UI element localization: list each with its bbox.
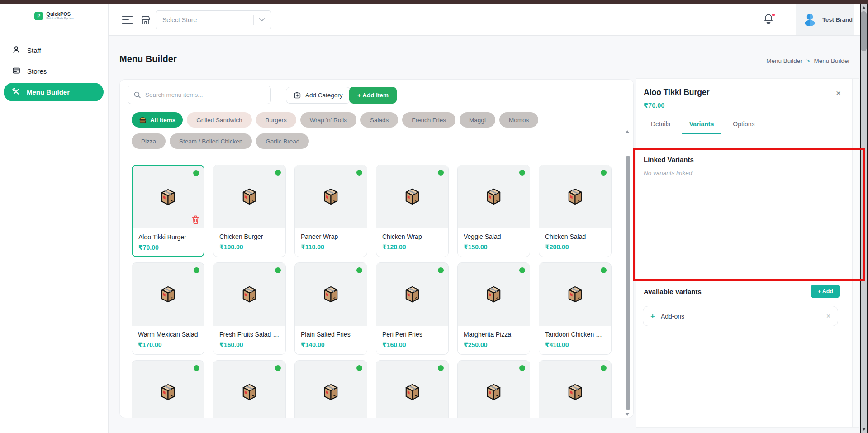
- menu-item-name: Aloo Tikki Burger: [138, 233, 198, 241]
- delete-item-icon[interactable]: [191, 215, 200, 226]
- close-panel-icon[interactable]: ×: [836, 89, 841, 97]
- tab-details[interactable]: Details: [644, 120, 678, 134]
- user-name: Test Brand: [822, 16, 853, 23]
- add-variant-button[interactable]: + Add: [811, 285, 840, 298]
- category-chip[interactable]: Momos: [499, 112, 538, 128]
- status-dot-available: [519, 267, 525, 273]
- menu-item-name: Fresh Fruits Salad Box: [219, 331, 280, 338]
- status-dot-available: [601, 267, 607, 273]
- sidebar-item-staff[interactable]: Staff: [0, 41, 108, 59]
- tab-variants[interactable]: Variants: [682, 120, 721, 134]
- package-icon: [320, 381, 342, 403]
- avatar: [802, 12, 818, 28]
- breadcrumb-item[interactable]: Menu Builder: [814, 57, 850, 64]
- category-chip-label: Burgers: [266, 117, 287, 124]
- menu-item-card-partial[interactable]: [457, 360, 530, 418]
- package-icon: [157, 186, 179, 208]
- menu-item-card-partial[interactable]: [539, 360, 612, 418]
- grid-scrollbar-thumb[interactable]: [626, 156, 630, 410]
- window-scroll-up-arrow[interactable]: [862, 6, 866, 9]
- detail-item-title: Aloo Tikki Burger: [644, 88, 710, 97]
- menu-item-price: ₹100.00: [219, 243, 280, 251]
- search-input[interactable]: [145, 91, 265, 98]
- category-chip-label: Wrap 'n' Rolls: [310, 117, 347, 124]
- category-chip[interactable]: Burgers: [256, 112, 296, 128]
- menu-item-image: [458, 263, 530, 326]
- menu-item-image: [295, 165, 367, 228]
- available-variants-heading: Available Variants: [644, 288, 702, 295]
- menu-item-price: ₹410.00: [545, 341, 605, 348]
- window-scroll-down-arrow[interactable]: [862, 428, 866, 431]
- menu-item-price: ₹160.00: [219, 341, 280, 348]
- category-chip[interactable]: Salads: [360, 112, 398, 128]
- menu-item-card-partial[interactable]: [376, 360, 449, 418]
- breadcrumb-separator: >: [806, 57, 810, 64]
- menu-item-card[interactable]: Peri Peri Fries ₹160.00: [376, 262, 449, 355]
- category-chip[interactable]: All Items: [132, 112, 183, 128]
- sidebar-item-menu-builder[interactable]: Menu Builder: [4, 83, 104, 101]
- topbar: Select Store Test Brand: [109, 4, 860, 36]
- menu-item-card-partial[interactable]: [213, 360, 286, 418]
- remove-variant-icon[interactable]: ×: [826, 312, 830, 320]
- menu-item-image: [132, 263, 204, 326]
- category-chip[interactable]: Wrap 'n' Rolls: [300, 112, 356, 128]
- menu-item-card-partial[interactable]: [132, 360, 204, 418]
- menu-item-card[interactable]: Fresh Fruits Salad Box ₹160.00: [213, 262, 286, 355]
- category-chip[interactable]: Grilled Sandwich: [187, 112, 251, 128]
- notifications-bell-icon[interactable]: [763, 13, 776, 27]
- grid-scroll-up-arrow[interactable]: [625, 130, 630, 133]
- sidebar-item-stores[interactable]: Stores: [0, 62, 108, 80]
- chevron-down-icon: [259, 18, 265, 22]
- link-variant-plus-icon[interactable]: +: [650, 312, 655, 321]
- panel-scrollbar-track[interactable]: [852, 79, 859, 427]
- store-select-dropdown[interactable]: Select Store: [156, 10, 271, 29]
- breadcrumb-item[interactable]: Menu Builder: [766, 57, 802, 64]
- category-chip-label: French Fries: [412, 117, 446, 124]
- category-chip[interactable]: Maggi: [460, 112, 495, 128]
- menu-item-card[interactable]: Veggie Salad ₹150.00: [457, 165, 530, 257]
- notification-dot: [771, 13, 776, 17]
- brand-tagline: Point of Sale System: [46, 17, 73, 20]
- menu-item-name: Plain Salted Fries: [301, 331, 361, 338]
- menu-item-card[interactable]: Chicken Burger ₹100.00: [213, 165, 286, 257]
- category-chip[interactable]: Pizza: [132, 133, 166, 149]
- window-scrollbar: [860, 4, 868, 433]
- menu-item-card[interactable]: Warm Mexican Salad ₹170.00: [132, 262, 204, 355]
- user-menu[interactable]: Test Brand: [796, 4, 854, 35]
- menu-item-card[interactable]: Margherita Pizza ₹250.00: [457, 262, 530, 355]
- category-chip[interactable]: French Fries: [402, 112, 455, 128]
- grid-scroll-down-arrow[interactable]: [625, 413, 630, 416]
- package-icon: [157, 381, 179, 403]
- category-chip-label: Maggi: [469, 117, 486, 124]
- window-scrollbar-thumb[interactable]: [861, 11, 867, 51]
- category-chip[interactable]: Steam / Boiled Chicken: [170, 133, 252, 149]
- window-scrollbar-track[interactable]: [861, 4, 867, 433]
- category-chip[interactable]: Garlic Bread: [256, 133, 309, 149]
- add-item-button[interactable]: + Add Item: [349, 87, 397, 104]
- add-category-button[interactable]: Add Category: [286, 87, 351, 104]
- menu-item-image: [458, 165, 530, 228]
- sidebar-item-label: Menu Builder: [27, 88, 70, 96]
- menu-item-card[interactable]: Chicken Wrap ₹120.00: [376, 165, 449, 257]
- package-icon: [239, 381, 260, 403]
- menu-item-card[interactable]: Aloo Tikki Burger ₹70.00: [132, 165, 204, 257]
- status-dot-available: [519, 365, 525, 371]
- available-variant-row[interactable]: + Add-ons ×: [643, 306, 838, 326]
- menu-toggle-icon[interactable]: [122, 16, 133, 26]
- sidebar-item-label: Stores: [27, 67, 47, 75]
- menu-item-card-partial[interactable]: [294, 360, 367, 418]
- brand-name: QuickPOS: [46, 11, 73, 17]
- menu-item-image: [539, 165, 611, 228]
- menu-item-price: ₹250.00: [464, 341, 524, 348]
- menu-item-card[interactable]: Chicken Salad ₹200.00: [539, 165, 612, 257]
- category-filter-row: Pizza Steam / Boiled Chicken Garlic Brea…: [132, 133, 309, 149]
- package-icon: [483, 284, 504, 305]
- category-chip-label: Grilled Sandwich: [196, 117, 242, 124]
- status-dot-available: [438, 267, 444, 273]
- menu-item-card[interactable]: Plain Salted Fries ₹140.00: [294, 262, 367, 355]
- menu-item-card[interactable]: Paneer Wrap ₹110.00: [294, 165, 367, 257]
- menu-item-card[interactable]: Tandoori Chicken Pi... ₹410.00: [539, 262, 612, 355]
- search-icon: [133, 91, 141, 99]
- tab-options[interactable]: Options: [726, 120, 762, 134]
- menu-item-name: Chicken Salad: [545, 233, 605, 240]
